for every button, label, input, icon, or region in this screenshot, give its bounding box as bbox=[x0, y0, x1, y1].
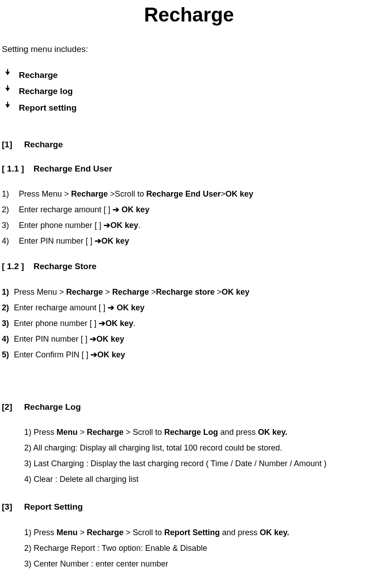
t: Enter PIN number [ ] bbox=[19, 236, 95, 245]
section-1-num: [1] bbox=[2, 140, 12, 149]
section-1-2-steps: 1) Press Menu > Recharge > Recharge >Rec… bbox=[2, 284, 376, 363]
section-3-num: [3] bbox=[2, 502, 12, 511]
t: > bbox=[78, 528, 87, 537]
t: Enter Confirm PIN [ ] bbox=[12, 350, 91, 359]
intro-text: Setting menu includes: bbox=[2, 43, 376, 56]
step-num: 3) bbox=[2, 219, 19, 232]
t: ➔ OK key bbox=[113, 205, 149, 214]
t: > Scroll to bbox=[124, 428, 165, 437]
step-1-2-4: 4) Enter PIN number [ ] ➔OK key bbox=[2, 331, 376, 347]
t: 1) Press bbox=[24, 428, 56, 437]
step-num: 4) bbox=[2, 235, 19, 247]
step-1-1-1: 1)Press Menu > Recharge >Scroll to Recha… bbox=[2, 186, 376, 202]
t: and press bbox=[220, 528, 260, 537]
step-1-1-2: 2)Enter recharge amount [ ] ➔ OK key bbox=[2, 202, 376, 218]
step-num: 2) bbox=[2, 302, 12, 314]
step-3-1: 1) Press Menu > Recharge > Scroll to Rep… bbox=[24, 525, 376, 541]
t: Enter recharge amount [ ] bbox=[19, 205, 113, 214]
step-1-1-4: 4)Enter PIN number [ ] ➔OK key bbox=[2, 233, 376, 249]
step-num: 1) bbox=[2, 188, 19, 200]
step-1-2-1: 1) Press Menu > Recharge > Recharge >Rec… bbox=[2, 284, 376, 300]
section-3-header: [3] Report Setting bbox=[2, 501, 376, 514]
step-3-2: 2) Recharge Report : Two option: Enable … bbox=[24, 541, 376, 556]
section-3-steps: 1) Press Menu > Recharge > Scroll to Rep… bbox=[24, 525, 376, 572]
section-2-steps: 1) Press Menu > Recharge > Scroll to Rec… bbox=[24, 425, 376, 487]
step-2-4: 4) Clear : Delete all charging list bbox=[24, 472, 376, 487]
t: Enter PIN number [ ] bbox=[12, 335, 90, 343]
step-2-2: 2) All charging: Display all charging li… bbox=[24, 440, 376, 456]
menu-bullet-list: Recharge Recharge log Report setting bbox=[2, 67, 376, 116]
t: ➔OK key bbox=[99, 319, 133, 328]
section-1-text: Recharge bbox=[24, 140, 63, 149]
step-1-2-5: 5) Enter Confirm PIN [ ] ➔OK key bbox=[2, 347, 376, 363]
t: Press Menu > bbox=[12, 288, 66, 296]
t: OK key. bbox=[260, 528, 289, 537]
section-1-1-text: Recharge End User bbox=[34, 164, 112, 173]
t: > Scroll to bbox=[124, 528, 165, 537]
t: Recharge bbox=[87, 428, 124, 437]
step-num: 3) bbox=[2, 318, 12, 330]
t: ➔OK key bbox=[90, 335, 124, 343]
section-1-2-text: Recharge Store bbox=[34, 262, 96, 271]
bullet-report-setting: Report setting bbox=[2, 100, 376, 116]
t: and press bbox=[218, 428, 258, 437]
t: ➔OK key bbox=[91, 350, 125, 359]
t: OK key bbox=[226, 189, 253, 198]
t: . bbox=[133, 319, 135, 328]
t: OK key bbox=[222, 288, 249, 296]
t: Menu bbox=[56, 428, 78, 437]
t: ➔OK key bbox=[95, 236, 129, 245]
section-3-text: Report Setting bbox=[24, 502, 83, 511]
step-num: 4) bbox=[2, 333, 12, 345]
t: Recharge bbox=[66, 288, 103, 296]
page-title: Recharge bbox=[2, 0, 376, 30]
section-1-1-steps: 1)Press Menu > Recharge >Scroll to Recha… bbox=[2, 186, 376, 249]
t: Recharge bbox=[112, 288, 149, 296]
t: Enter phone number [ ] bbox=[12, 319, 99, 328]
step-1-1-3: 3)Enter phone number [ ] ➔OK key. bbox=[2, 218, 376, 233]
section-1-2-num: [ 1.2 ] bbox=[2, 262, 24, 271]
t: > bbox=[78, 428, 87, 437]
t: Recharge bbox=[87, 528, 124, 537]
step-1-2-2: 2) Enter recharge amount [ ] ➔ OK key bbox=[2, 300, 376, 316]
t: Recharge bbox=[71, 189, 108, 198]
t: Recharge Log bbox=[164, 428, 218, 437]
t: > bbox=[215, 288, 222, 296]
t: > bbox=[221, 189, 226, 198]
t: ➔OK key bbox=[104, 221, 138, 230]
step-2-1: 1) Press Menu > Recharge > Scroll to Rec… bbox=[24, 425, 376, 440]
step-num: 1) bbox=[2, 286, 12, 298]
section-1-1-header: [ 1.1 ] Recharge End User bbox=[2, 163, 376, 176]
t: 1) Press bbox=[24, 528, 56, 537]
t: >Scroll to bbox=[108, 189, 147, 198]
section-1-header: [1] Recharge bbox=[2, 138, 376, 151]
step-2-3: 3) Last Charging : Display the last char… bbox=[24, 456, 376, 472]
bullet-recharge-log: Recharge log bbox=[2, 83, 376, 100]
section-2-text: Recharge Log bbox=[24, 402, 81, 412]
step-1-2-3: 3) Enter phone number [ ] ➔OK key. bbox=[2, 316, 376, 331]
section-1-1-num: [ 1.1 ] bbox=[2, 164, 24, 173]
t: Enter phone number [ ] bbox=[19, 221, 104, 230]
t: Recharge End User bbox=[146, 189, 221, 198]
t: OK key. bbox=[258, 428, 287, 437]
bullet-recharge: Recharge bbox=[2, 67, 376, 84]
section-2-header: [2] Recharge Log bbox=[2, 401, 376, 414]
step-3-3: 3) Center Number : enter center number bbox=[24, 556, 376, 572]
t: Menu bbox=[56, 528, 78, 537]
t: Recharge store bbox=[156, 288, 215, 296]
section-1-2-header: [ 1.2 ] Recharge Store bbox=[2, 260, 376, 273]
t: > bbox=[149, 288, 156, 296]
t: Enter recharge amount [ ] bbox=[12, 303, 108, 312]
t: ➔ OK key bbox=[108, 303, 144, 312]
t: > bbox=[103, 288, 113, 296]
t: Report Setting bbox=[164, 528, 220, 537]
step-num: 5) bbox=[2, 349, 12, 361]
step-num: 2) bbox=[2, 204, 19, 216]
t: . bbox=[138, 221, 140, 230]
section-2-num: [2] bbox=[2, 402, 12, 412]
t: Press Menu > bbox=[19, 189, 71, 198]
